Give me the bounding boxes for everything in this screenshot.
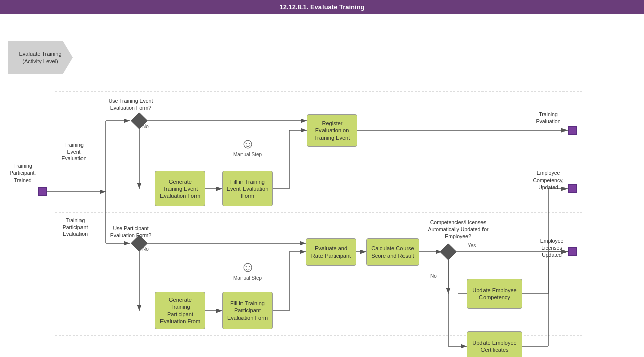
decision-competency bbox=[440, 243, 457, 260]
yes-label: Yes bbox=[468, 243, 476, 248]
fill-event-form: Fill in Training Event Evaluation Form bbox=[222, 171, 273, 206]
manual-step-label-2: Manual Step bbox=[233, 275, 262, 281]
no-label-d2: No bbox=[142, 246, 149, 252]
generate-event-form: Generate Training Event Evaluation Form bbox=[155, 171, 205, 206]
end-licenses-label: Employee Licenses Updated bbox=[532, 237, 572, 259]
title-bar: 12.12.8.1. Evaluate Training bbox=[0, 0, 644, 14]
lane-label-event: TrainingEventEvaluation bbox=[56, 142, 92, 162]
competency-decision-label: Competencies/Licenses Automatically Upda… bbox=[417, 219, 500, 240]
start-label: TrainingParticipant,Trained bbox=[5, 162, 40, 184]
update-certificates: Update Employee Certificates bbox=[467, 331, 522, 357]
page-title: 12.12.8.1. Evaluate Training bbox=[279, 3, 364, 11]
activity-label: Evaluate Training(Activity Level) bbox=[8, 41, 73, 74]
end-training-eval-label: Training Evaluation bbox=[528, 111, 569, 125]
manual-step-label-1: Manual Step bbox=[233, 152, 262, 157]
evaluate-rate: Evaluate and Rate Participant bbox=[306, 238, 356, 266]
end-competency bbox=[568, 184, 577, 193]
manual-step-2: ☺ Manual Step bbox=[233, 260, 262, 281]
manual-step-1: ☺ Manual Step bbox=[233, 137, 262, 157]
person-icon-1: ☺ bbox=[240, 137, 255, 151]
person-icon-2: ☺ bbox=[240, 260, 255, 274]
main-content: Evaluate Training(Activity Level) bbox=[0, 14, 644, 357]
end-training-eval bbox=[568, 126, 577, 135]
lane-label-participant: TrainingParticipantEvaluation bbox=[56, 217, 94, 238]
decision-participant-label: Use Participant Evaluation Form? bbox=[108, 225, 153, 239]
generate-participant-form: Generate Training Participant Evaluation… bbox=[155, 292, 205, 329]
end-competency-label: Employee Competency, Updated bbox=[528, 169, 569, 191]
no-label-d1: No bbox=[142, 124, 149, 129]
fill-participant-form: Fill in Training Participant Evaluation … bbox=[222, 292, 273, 329]
register-evaluation: Register Evaluation on Training Event bbox=[307, 114, 357, 147]
decision-event-label: Use Training Event Evaluation Form? bbox=[108, 97, 153, 111]
calculate-score: Calculate Course Score and Result bbox=[366, 238, 419, 266]
start-event bbox=[38, 187, 47, 196]
update-competency: Update Employee Competency bbox=[467, 279, 522, 309]
no-label-competency: No bbox=[430, 273, 437, 279]
